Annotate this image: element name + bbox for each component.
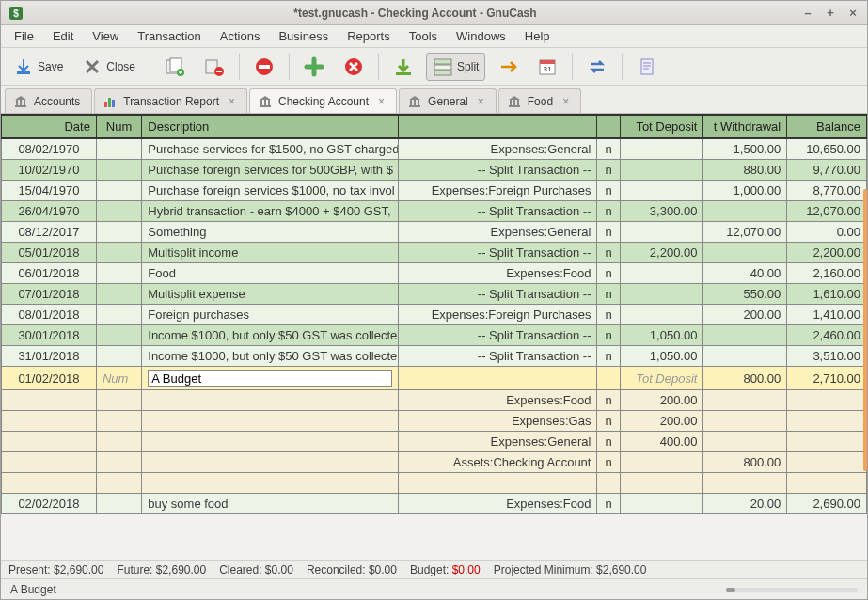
cell-reconcile[interactable]: n <box>597 346 620 367</box>
cell-deposit[interactable]: 1,050.00 <box>620 325 703 346</box>
transaction-row[interactable]: 05/01/2018Multisplit income-- Split Tran… <box>2 243 867 263</box>
cell-date[interactable]: 02/02/2018 <box>2 494 97 514</box>
cell-reconcile[interactable]: n <box>597 181 620 201</box>
col-description[interactable]: Description <box>142 115 398 138</box>
menu-file[interactable]: File <box>7 26 41 46</box>
description-input[interactable] <box>148 370 391 387</box>
transaction-row-active[interactable]: 01/02/2018NumTot Deposit800.002,710.00 <box>2 367 867 390</box>
vertical-scrollbar[interactable] <box>863 189 867 471</box>
cell-deposit[interactable] <box>620 473 703 494</box>
cancel-button[interactable] <box>337 53 371 81</box>
cell-withdraw[interactable]: 1,000.00 <box>703 181 787 201</box>
cell-num[interactable] <box>96 473 141 494</box>
cell-date[interactable]: 05/01/2018 <box>2 243 97 263</box>
cell-reconcile[interactable]: n <box>597 390 620 411</box>
split-row[interactable]: Expenses:Generaln400.00 <box>2 432 867 452</box>
cell-date[interactable] <box>2 390 97 411</box>
cell-description[interactable] <box>142 411 398 432</box>
menu-tools[interactable]: Tools <box>402 26 445 46</box>
no-entry-button[interactable] <box>247 53 281 81</box>
cell-num[interactable] <box>96 201 141 222</box>
transaction-row[interactable]: 31/01/2018Income $1000, but only $50 GST… <box>2 346 867 367</box>
tab-close-icon[interactable]: × <box>229 95 235 108</box>
cell-withdraw[interactable]: 20.00 <box>703 494 787 514</box>
cell-deposit[interactable]: 200.00 <box>620 390 703 411</box>
cell-date[interactable]: 08/02/1970 <box>2 138 97 160</box>
cell-date[interactable]: 08/12/2017 <box>2 222 97 243</box>
cell-description[interactable]: Food <box>142 263 398 284</box>
cell-transfer[interactable]: Expenses:General <box>398 138 597 160</box>
split-button[interactable]: Split <box>426 53 485 81</box>
col-num[interactable]: Num <box>96 115 141 138</box>
cell-description[interactable]: buy some food <box>142 494 398 514</box>
delete-button[interactable] <box>197 53 231 81</box>
cell-num[interactable] <box>96 160 141 181</box>
cell-deposit[interactable]: 3,300.00 <box>620 201 703 222</box>
cell-description[interactable] <box>142 390 398 411</box>
tab-close-icon[interactable]: × <box>378 95 385 108</box>
cell-balance[interactable]: 3,510.00 <box>787 346 867 367</box>
cell-deposit[interactable]: 2,200.00 <box>620 243 703 263</box>
col-date[interactable]: Date <box>2 115 97 138</box>
cell-reconcile[interactable]: n <box>597 138 620 160</box>
transaction-row[interactable]: 10/02/1970Purchase foreign services for … <box>2 160 867 181</box>
cell-withdraw[interactable] <box>703 346 787 367</box>
cell-deposit[interactable]: Tot Deposit <box>620 367 703 390</box>
cell-date[interactable] <box>2 473 97 494</box>
cell-date[interactable]: 01/02/2018 <box>2 367 97 390</box>
col-balance[interactable]: Balance <box>787 115 867 138</box>
cell-transfer[interactable]: -- Split Transaction -- <box>398 160 597 181</box>
cell-transfer[interactable]: -- Split Transaction -- <box>398 201 597 222</box>
save-button[interactable]: Save <box>7 53 70 81</box>
tab-close-icon[interactable]: × <box>562 95 569 108</box>
cell-balance[interactable]: 2,160.00 <box>787 263 867 284</box>
cell-deposit[interactable] <box>620 181 703 201</box>
col-deposit[interactable]: Tot Deposit <box>620 115 703 138</box>
cell-balance[interactable]: 2,690.00 <box>787 494 867 514</box>
cell-deposit[interactable] <box>620 452 703 473</box>
cell-date[interactable]: 30/01/2018 <box>2 325 97 346</box>
cell-description[interactable]: Purchase foreign services $1000, no tax … <box>142 181 398 201</box>
minimize-button[interactable]: – <box>801 7 814 20</box>
cell-balance[interactable]: 1,610.00 <box>787 284 867 305</box>
cell-transfer[interactable]: -- Split Transaction -- <box>398 346 597 367</box>
cell-transfer[interactable]: Expenses:Gas <box>398 411 597 432</box>
col-transfer[interactable] <box>398 115 597 138</box>
cell-transfer[interactable]: Expenses:Food <box>398 263 597 284</box>
menu-edit[interactable]: Edit <box>45 26 81 46</box>
cell-description[interactable] <box>142 473 398 494</box>
col-r[interactable] <box>597 115 620 138</box>
cell-description[interactable]: Income $1000, but only $50 GST was colle… <box>142 325 398 346</box>
duplicate-button[interactable] <box>158 53 192 81</box>
reconcile-button[interactable] <box>630 53 664 81</box>
cell-reconcile[interactable]: n <box>597 201 620 222</box>
cell-withdraw[interactable]: 550.00 <box>703 284 787 305</box>
tab-checking-account[interactable]: Checking Account × <box>249 88 397 113</box>
cell-balance[interactable]: 2,200.00 <box>787 243 867 263</box>
tab-food[interactable]: Food × <box>498 88 581 113</box>
transaction-row[interactable]: 08/12/2017SomethingExpenses:Generaln12,0… <box>2 222 867 243</box>
close-window-button[interactable]: × <box>846 7 860 20</box>
cell-date[interactable]: 31/01/2018 <box>2 346 97 367</box>
cell-withdraw[interactable]: 800.00 <box>703 452 787 473</box>
cell-num[interactable] <box>96 138 141 160</box>
menu-help[interactable]: Help <box>517 26 558 46</box>
cell-date[interactable] <box>2 411 97 432</box>
cell-num[interactable] <box>96 346 141 367</box>
cell-deposit[interactable] <box>620 284 703 305</box>
maximize-button[interactable]: + <box>824 7 837 20</box>
transaction-row[interactable]: 08/02/1970Purchase services for $1500, n… <box>2 138 867 160</box>
register[interactable]: Date Num Description Tot Deposit t Withd… <box>1 114 867 560</box>
cell-balance[interactable] <box>787 411 867 432</box>
cell-reconcile[interactable] <box>597 473 620 494</box>
horizontal-scrollbar[interactable] <box>726 588 858 592</box>
transaction-row[interactable]: 15/04/1970Purchase foreign services $100… <box>2 181 867 201</box>
cell-num[interactable] <box>96 390 141 411</box>
cell-description[interactable]: Purchase foreign services for 500GBP, wi… <box>142 160 398 181</box>
cell-num[interactable] <box>96 263 141 284</box>
cell-transfer[interactable]: Expenses:Food <box>398 390 597 411</box>
jump-button[interactable] <box>491 53 525 81</box>
cell-withdraw[interactable] <box>703 325 787 346</box>
cell-reconcile[interactable] <box>597 367 620 390</box>
cell-description[interactable]: Multisplit expense <box>142 284 398 305</box>
